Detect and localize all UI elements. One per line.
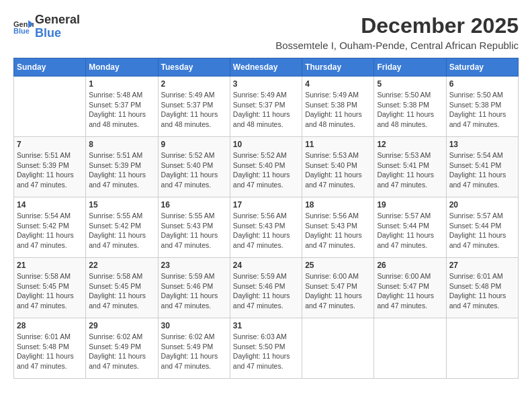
calendar-week-5: 28Sunrise: 6:01 AMSunset: 5:48 PMDayligh… xyxy=(14,318,519,379)
day-number: 11 xyxy=(305,140,371,149)
day-number: 3 xyxy=(233,79,299,89)
calendar-cell xyxy=(14,77,86,137)
calendar-week-2: 7Sunrise: 5:51 AMSunset: 5:39 PMDaylight… xyxy=(14,137,519,197)
day-number: 31 xyxy=(233,321,299,330)
day-info: Sunrise: 5:48 AMSunset: 5:37 PMDaylight:… xyxy=(89,90,154,130)
day-info: Sunrise: 5:51 AMSunset: 5:39 PMDaylight:… xyxy=(17,150,83,190)
day-number: 18 xyxy=(305,200,371,210)
day-number: 28 xyxy=(17,321,83,330)
subtitle: Bossemtele I, Ouham-Pende, Central Afric… xyxy=(275,40,519,51)
calendar-cell: 19Sunrise: 5:57 AMSunset: 5:44 PMDayligh… xyxy=(374,197,446,258)
day-info: Sunrise: 5:54 AMSunset: 5:42 PMDaylight:… xyxy=(17,211,83,250)
calendar-cell: 14Sunrise: 5:54 AMSunset: 5:42 PMDayligh… xyxy=(14,197,86,258)
page-header: General Blue General Blue December 2025 … xyxy=(13,13,519,51)
day-number: 6 xyxy=(449,79,515,89)
calendar-cell: 21Sunrise: 5:58 AMSunset: 5:45 PMDayligh… xyxy=(14,258,86,318)
day-info: Sunrise: 5:50 AMSunset: 5:38 PMDaylight:… xyxy=(377,90,443,130)
day-number: 4 xyxy=(305,79,371,89)
weekday-header-monday: Monday xyxy=(86,58,158,77)
calendar-cell: 13Sunrise: 5:54 AMSunset: 5:41 PMDayligh… xyxy=(446,137,518,197)
svg-text:Blue: Blue xyxy=(13,27,30,35)
calendar-cell: 15Sunrise: 5:55 AMSunset: 5:42 PMDayligh… xyxy=(86,197,158,258)
day-number: 19 xyxy=(377,200,443,210)
weekday-header-tuesday: Tuesday xyxy=(158,58,230,77)
day-info: Sunrise: 6:00 AMSunset: 5:47 PMDaylight:… xyxy=(305,271,371,311)
day-number: 1 xyxy=(89,79,154,89)
day-info: Sunrise: 5:55 AMSunset: 5:42 PMDaylight:… xyxy=(89,211,154,250)
calendar-cell: 3Sunrise: 5:49 AMSunset: 5:37 PMDaylight… xyxy=(230,77,302,137)
day-info: Sunrise: 5:56 AMSunset: 5:43 PMDaylight:… xyxy=(305,211,371,250)
month-title: December 2025 xyxy=(275,13,519,38)
calendar-cell xyxy=(374,318,446,379)
day-number: 17 xyxy=(233,200,299,210)
calendar-cell: 29Sunrise: 6:02 AMSunset: 5:49 PMDayligh… xyxy=(86,318,158,379)
calendar-week-1: 1Sunrise: 5:48 AMSunset: 5:37 PMDaylight… xyxy=(14,77,519,137)
day-info: Sunrise: 6:03 AMSunset: 5:50 PMDaylight:… xyxy=(233,332,299,371)
calendar-body: 1Sunrise: 5:48 AMSunset: 5:37 PMDaylight… xyxy=(14,77,519,379)
calendar-cell: 8Sunrise: 5:51 AMSunset: 5:39 PMDaylight… xyxy=(86,137,158,197)
day-info: Sunrise: 5:49 AMSunset: 5:37 PMDaylight:… xyxy=(161,90,227,130)
weekday-header-friday: Friday xyxy=(374,58,446,77)
day-number: 2 xyxy=(161,79,227,89)
day-info: Sunrise: 5:52 AMSunset: 5:40 PMDaylight:… xyxy=(161,150,227,190)
calendar-cell xyxy=(446,318,518,379)
day-number: 13 xyxy=(449,140,515,149)
day-number: 26 xyxy=(377,261,443,270)
day-number: 21 xyxy=(17,261,83,270)
day-info: Sunrise: 5:58 AMSunset: 5:45 PMDaylight:… xyxy=(17,271,83,311)
calendar-cell: 2Sunrise: 5:49 AMSunset: 5:37 PMDaylight… xyxy=(158,77,230,137)
day-info: Sunrise: 6:01 AMSunset: 5:48 PMDaylight:… xyxy=(449,271,515,311)
day-number: 16 xyxy=(161,200,227,210)
logo-text: General Blue xyxy=(35,13,80,40)
calendar-cell: 1Sunrise: 5:48 AMSunset: 5:37 PMDaylight… xyxy=(86,77,158,137)
day-number: 20 xyxy=(449,200,515,210)
day-info: Sunrise: 6:02 AMSunset: 5:49 PMDaylight:… xyxy=(89,332,154,371)
calendar-cell: 7Sunrise: 5:51 AMSunset: 5:39 PMDaylight… xyxy=(14,137,86,197)
calendar-cell: 27Sunrise: 6:01 AMSunset: 5:48 PMDayligh… xyxy=(446,258,518,318)
day-number: 14 xyxy=(17,200,83,210)
day-number: 22 xyxy=(89,261,154,270)
day-info: Sunrise: 5:53 AMSunset: 5:41 PMDaylight:… xyxy=(377,150,443,190)
weekday-header-wednesday: Wednesday xyxy=(230,58,302,77)
day-info: Sunrise: 5:57 AMSunset: 5:44 PMDaylight:… xyxy=(377,211,443,250)
day-number: 15 xyxy=(89,200,154,210)
day-info: Sunrise: 6:02 AMSunset: 5:49 PMDaylight:… xyxy=(161,332,227,371)
day-number: 24 xyxy=(233,261,299,270)
day-number: 8 xyxy=(89,140,154,149)
calendar-cell: 5Sunrise: 5:50 AMSunset: 5:38 PMDaylight… xyxy=(374,77,446,137)
calendar-cell: 25Sunrise: 6:00 AMSunset: 5:47 PMDayligh… xyxy=(302,258,374,318)
day-info: Sunrise: 5:59 AMSunset: 5:46 PMDaylight:… xyxy=(233,271,299,311)
day-number: 30 xyxy=(161,321,227,330)
day-number: 7 xyxy=(17,140,83,149)
calendar-table: SundayMondayTuesdayWednesdayThursdayFrid… xyxy=(13,58,519,379)
day-info: Sunrise: 5:58 AMSunset: 5:45 PMDaylight:… xyxy=(89,271,154,311)
logo: General Blue General Blue xyxy=(13,13,80,40)
day-number: 10 xyxy=(233,140,299,149)
calendar-cell: 17Sunrise: 5:56 AMSunset: 5:43 PMDayligh… xyxy=(230,197,302,258)
calendar-cell: 10Sunrise: 5:52 AMSunset: 5:40 PMDayligh… xyxy=(230,137,302,197)
calendar-cell: 24Sunrise: 5:59 AMSunset: 5:46 PMDayligh… xyxy=(230,258,302,318)
day-number: 27 xyxy=(449,261,515,270)
calendar-cell: 4Sunrise: 5:49 AMSunset: 5:38 PMDaylight… xyxy=(302,77,374,137)
day-number: 29 xyxy=(89,321,154,330)
day-number: 9 xyxy=(161,140,227,149)
calendar-cell: 6Sunrise: 5:50 AMSunset: 5:38 PMDaylight… xyxy=(446,77,518,137)
day-info: Sunrise: 6:01 AMSunset: 5:48 PMDaylight:… xyxy=(17,332,83,371)
day-number: 5 xyxy=(377,79,443,89)
calendar-cell: 28Sunrise: 6:01 AMSunset: 5:48 PMDayligh… xyxy=(14,318,86,379)
calendar-cell: 26Sunrise: 6:00 AMSunset: 5:47 PMDayligh… xyxy=(374,258,446,318)
day-info: Sunrise: 5:56 AMSunset: 5:43 PMDaylight:… xyxy=(233,211,299,250)
calendar-week-3: 14Sunrise: 5:54 AMSunset: 5:42 PMDayligh… xyxy=(14,197,519,258)
calendar-cell: 20Sunrise: 5:57 AMSunset: 5:44 PMDayligh… xyxy=(446,197,518,258)
calendar-cell: 23Sunrise: 5:59 AMSunset: 5:46 PMDayligh… xyxy=(158,258,230,318)
weekday-header-sunday: Sunday xyxy=(14,58,86,77)
calendar-cell: 22Sunrise: 5:58 AMSunset: 5:45 PMDayligh… xyxy=(86,258,158,318)
calendar-cell: 31Sunrise: 6:03 AMSunset: 5:50 PMDayligh… xyxy=(230,318,302,379)
day-info: Sunrise: 5:49 AMSunset: 5:37 PMDaylight:… xyxy=(233,90,299,130)
day-info: Sunrise: 5:50 AMSunset: 5:38 PMDaylight:… xyxy=(449,90,515,130)
weekday-header-thursday: Thursday xyxy=(302,58,374,77)
calendar-cell: 16Sunrise: 5:55 AMSunset: 5:43 PMDayligh… xyxy=(158,197,230,258)
calendar-cell: 18Sunrise: 5:56 AMSunset: 5:43 PMDayligh… xyxy=(302,197,374,258)
weekday-header-saturday: Saturday xyxy=(446,58,518,77)
calendar-week-4: 21Sunrise: 5:58 AMSunset: 5:45 PMDayligh… xyxy=(14,258,519,318)
